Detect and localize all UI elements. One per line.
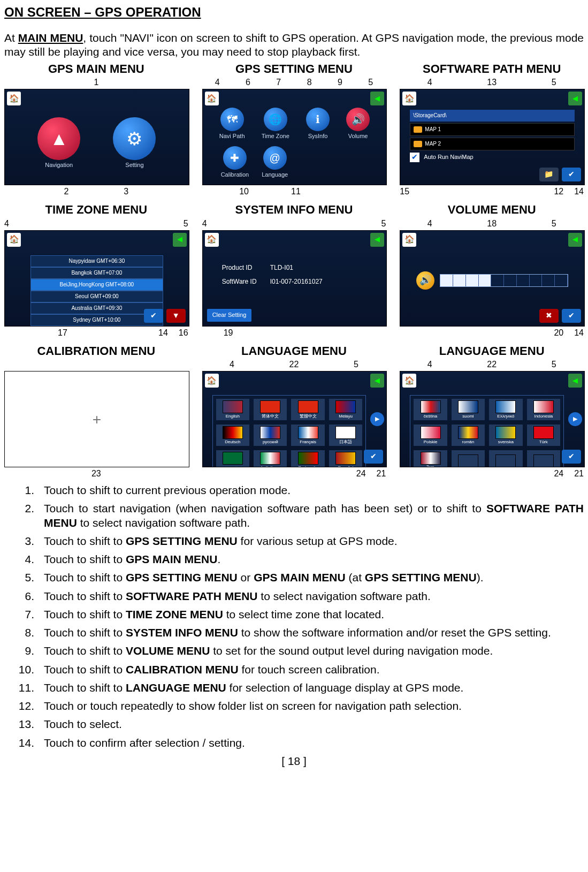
home-icon[interactable]	[205, 374, 219, 388]
language-flag[interactable]: svenska	[489, 424, 522, 446]
next-page-icon[interactable]: ▶	[370, 412, 384, 426]
label-time-zone: TIME ZONE MENU	[45, 202, 147, 217]
language-flag[interactable]: 繁體中文	[291, 399, 324, 420]
language-flag[interactable]: In Italiano	[254, 450, 287, 467]
sysinfo-button[interactable]: ℹSysInfo	[306, 108, 330, 140]
language-flag[interactable]: 日本語	[329, 424, 362, 446]
language-flag[interactable]: русский	[254, 424, 287, 446]
language-flag[interactable]: român	[452, 424, 485, 446]
language-flag[interactable]: 简体中文	[254, 399, 287, 420]
instruction-text: Touch to shift to GPS MAIN MENU.	[44, 552, 584, 566]
navi-path-button[interactable]: 🗺Navi Path	[219, 108, 245, 140]
instruction-text: Touch to shift to LANGUAGE MENU for sele…	[44, 681, 584, 695]
page-title: ON SCREEN – GPS OPERATION	[4, 4, 584, 20]
language-flag[interactable]: čeština	[414, 399, 447, 420]
language-flag[interactable]	[527, 450, 560, 467]
instruction-number: 4.	[4, 552, 44, 566]
back-icon[interactable]	[568, 233, 582, 247]
confirm-button[interactable]: ✔	[562, 450, 581, 464]
instruction-text: Touch to shift to SYSTEM INFO MENU to sh…	[44, 626, 584, 640]
language-button[interactable]: @Language	[262, 146, 288, 179]
home-icon[interactable]	[402, 233, 416, 247]
instruction-item: 12.Touch or touch repeatedly to show fol…	[4, 699, 584, 713]
back-icon[interactable]	[370, 374, 384, 388]
checkbox-icon[interactable]: ✔	[410, 153, 419, 162]
volume-bar[interactable]	[440, 274, 568, 287]
confirm-button[interactable]: ✔	[364, 450, 383, 464]
calibration-button[interactable]: ✚Calibration	[221, 146, 249, 179]
cancel-button[interactable]: ✖	[539, 309, 559, 323]
label-gps-setting: GPS SETTING MENU	[235, 62, 353, 77]
path-head[interactable]: \StorageCard\	[410, 110, 575, 122]
language-flag[interactable]: Deutsch	[216, 424, 249, 446]
autorun-label: Auto Run NaviMap	[424, 154, 473, 161]
language-flag[interactable]: English	[216, 399, 249, 420]
confirm-button[interactable]: ✔	[562, 309, 581, 323]
language-flag[interactable]: Polskie	[414, 424, 447, 446]
tz-row[interactable]: BeiJing,HongKong GMT+08:00	[30, 279, 163, 291]
callout: 4	[202, 218, 207, 229]
time-zone-screen: Naypyidaw GMT+06:30 Bangkok GMT+07:00 Be…	[4, 230, 189, 327]
tz-row[interactable]: Seoul GMT+09:00	[30, 291, 163, 302]
home-icon[interactable]	[205, 92, 219, 105]
instruction-item: 14.Touch to confirm after selection / se…	[4, 736, 584, 750]
setting-button[interactable]: ⚙Setting	[113, 117, 156, 169]
gps-main-screen: ▲Navigation ⚙Setting	[4, 89, 189, 185]
home-icon[interactable]	[7, 92, 21, 105]
callout: 6	[246, 77, 250, 88]
calibration-screen[interactable]: +	[4, 371, 189, 467]
callout: 4	[427, 77, 432, 88]
browse-button[interactable]: 📁	[539, 168, 559, 181]
next-page-icon[interactable]: ▶	[568, 412, 582, 426]
home-icon[interactable]	[7, 233, 21, 247]
volume-control[interactable]: 🔊	[416, 271, 568, 290]
tz-row[interactable]: Bangkok GMT+07:00	[30, 267, 163, 279]
back-icon[interactable]	[568, 374, 582, 388]
volume-button[interactable]: 🔊Volume	[346, 108, 370, 140]
language-flag[interactable]: Español	[329, 450, 362, 467]
instruction-number: 10.	[4, 663, 44, 677]
back-icon[interactable]	[370, 233, 384, 247]
language-flag[interactable]: Português	[291, 450, 324, 467]
language-flag[interactable]: عربي	[216, 450, 249, 467]
path-item[interactable]: MAP 1	[410, 123, 575, 136]
confirm-button[interactable]: ✔	[144, 309, 163, 323]
callout: 10	[239, 186, 249, 197]
home-icon[interactable]	[205, 233, 219, 247]
tz-row[interactable]: Sydney GMT+10:00	[30, 314, 163, 326]
scroll-down-button[interactable]: ▼	[166, 309, 186, 323]
language-flag[interactable]: Ελληνικά	[489, 399, 522, 420]
callout: 24	[554, 468, 563, 479]
callout: 4	[427, 359, 432, 370]
tz-row[interactable]: Australia GMT+09:30	[30, 302, 163, 314]
callout: 5	[552, 77, 556, 88]
language-flag[interactable]: Melayu	[329, 399, 362, 420]
language-flag[interactable]: Indonesia	[527, 399, 560, 420]
home-icon[interactable]	[402, 374, 416, 388]
language-flag[interactable]: suomi	[452, 399, 485, 420]
language-flag[interactable]	[452, 450, 485, 467]
tz-row[interactable]: Naypyidaw GMT+06:30	[30, 255, 163, 267]
label-language-1: LANGUAGE MENU	[241, 344, 347, 359]
back-icon[interactable]	[568, 92, 582, 105]
instruction-text: Touch or touch repeatedly to show folder…	[44, 699, 584, 713]
clear-setting-button[interactable]: Clear Setting	[207, 309, 252, 322]
path-item[interactable]: MAP 2	[410, 138, 575, 150]
crosshair-icon[interactable]: +	[93, 410, 101, 429]
language-flag[interactable]: Français	[291, 424, 324, 446]
instruction-item: 4.Touch to shift to GPS MAIN MENU.	[4, 552, 584, 566]
label-language-2: LANGUAGE MENU	[439, 344, 545, 359]
time-zone-button[interactable]: 🌐Time Zone	[262, 108, 289, 140]
language-flag[interactable]: ไทย	[414, 450, 447, 467]
back-icon[interactable]	[173, 233, 187, 247]
navigation-button[interactable]: ▲Navigation	[37, 117, 80, 169]
language-flag[interactable]: Türk	[527, 424, 560, 446]
instruction-text: Touch to shift to VOLUME MENU to set for…	[44, 644, 584, 658]
product-id-value: TLD-I01	[270, 264, 293, 271]
confirm-button[interactable]: ✔	[562, 168, 581, 181]
home-icon[interactable]	[402, 92, 416, 105]
system-info-screen: Product IDTLD-I01 SoftWare IDI01-007-201…	[202, 230, 387, 327]
autorun-row[interactable]: ✔ Auto Run NaviMap	[410, 153, 473, 162]
back-icon[interactable]	[370, 92, 384, 105]
language-flag[interactable]	[489, 450, 522, 467]
